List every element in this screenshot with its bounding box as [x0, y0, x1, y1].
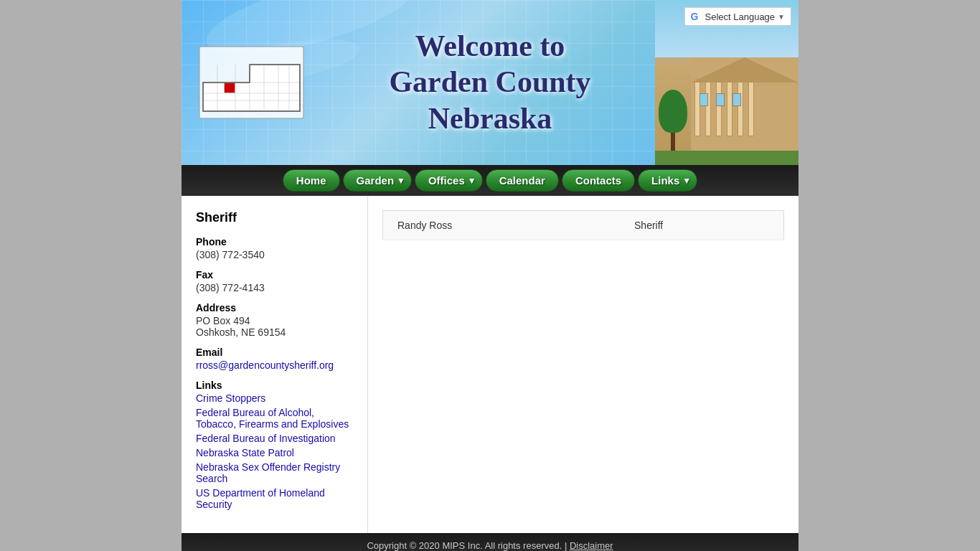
building-tree: [659, 79, 687, 151]
header-title: Welcome to Garden County Nebraska: [325, 28, 655, 136]
nav-dropdown-arrow: ▼: [682, 176, 691, 186]
sidebar-link[interactable]: Federal Bureau of Investigation: [196, 433, 353, 444]
fax-section: Fax (308) 772-4143: [196, 269, 353, 293]
google-logo: G: [691, 11, 702, 22]
translate-bar[interactable]: G Select Language ▼: [684, 7, 792, 26]
sidebar-link[interactable]: Nebraska Sex Offender Registry Search: [196, 461, 353, 484]
translate-dropdown-arrow[interactable]: ▼: [778, 13, 785, 21]
sidebar-link[interactable]: Nebraska State Patrol: [196, 447, 353, 458]
sidebar-links-container: Crime StoppersFederal Bureau of Alcohol,…: [196, 392, 353, 510]
email-link[interactable]: rross@gardencountysheriff.org: [196, 359, 353, 371]
address-label: Address: [196, 302, 353, 314]
person-title: Sheriff: [620, 211, 783, 240]
nav-item-home[interactable]: Home: [283, 169, 340, 192]
nav-item-offices[interactable]: Offices▼: [415, 169, 483, 192]
fax-label: Fax: [196, 269, 353, 281]
ne-map-container: [196, 43, 307, 122]
address-section: Address PO Box 494 Oshkosh, NE 69154: [196, 302, 353, 338]
nav-dropdown-arrow: ▼: [397, 176, 405, 186]
disclaimer-link[interactable]: Disclaimer: [570, 540, 613, 551]
table-row: Randy RossSheriff: [383, 211, 784, 240]
sidebar-link[interactable]: Federal Bureau of Alcohol, Tobacco, Fire…: [196, 407, 353, 430]
email-section: Email rross@gardencountysheriff.org: [196, 347, 353, 371]
main-content: Randy RossSheriff: [368, 196, 798, 533]
person-name: Randy Ross: [383, 211, 621, 240]
address-line1: PO Box 494: [196, 315, 353, 326]
sidebar-title: Sheriff: [196, 210, 353, 225]
nebraska-map-icon: [196, 43, 307, 122]
sidebar-link[interactable]: Crime Stoppers: [196, 392, 353, 404]
nav-item-calendar[interactable]: Calendar: [486, 169, 559, 192]
personnel-table: Randy RossSheriff: [382, 210, 784, 240]
building-body: [691, 57, 798, 158]
sidebar: Sheriff Phone (308) 772-3540 Fax (308) 7…: [182, 196, 368, 533]
nav-dropdown-arrow: ▼: [468, 176, 476, 186]
fax-value: (308) 772-4143: [196, 282, 353, 293]
links-section: Links Crime StoppersFederal Bureau of Al…: [196, 380, 353, 510]
select-language-label: Select Language: [705, 11, 776, 22]
phone-section: Phone (308) 772-3540: [196, 236, 353, 260]
links-label: Links: [196, 380, 353, 391]
footer-copyright: Copyright © 2020 MIPS Inc. All rights re…: [367, 540, 567, 551]
phone-value: (308) 772-3540: [196, 249, 353, 260]
building-grass: [655, 151, 798, 165]
content-wrapper: Sheriff Phone (308) 772-3540 Fax (308) 7…: [182, 196, 798, 533]
title-line3: Nebraska: [428, 102, 552, 135]
page-wrapper: Welcome to Garden County Nebraska: [182, 0, 798, 551]
title-line1: Welcome to: [415, 29, 565, 62]
title-line2: Garden County: [389, 66, 590, 99]
nav-item-garden[interactable]: Garden▼: [343, 169, 412, 192]
sidebar-link[interactable]: US Department of Homeland Security: [196, 487, 353, 510]
email-label: Email: [196, 347, 353, 358]
phone-label: Phone: [196, 236, 353, 248]
footer: Copyright © 2020 MIPS Inc. All rights re…: [182, 533, 798, 551]
svg-rect-11: [225, 83, 235, 93]
nav-item-contacts[interactable]: Contacts: [562, 169, 635, 192]
navigation-bar: HomeGarden▼Offices▼CalendarContactsLinks…: [182, 165, 798, 196]
header: Welcome to Garden County Nebraska: [182, 0, 798, 165]
nav-item-links[interactable]: Links▼: [638, 169, 697, 192]
personnel-tbody: Randy RossSheriff: [383, 211, 784, 240]
address-line2: Oshkosh, NE 69154: [196, 326, 353, 338]
